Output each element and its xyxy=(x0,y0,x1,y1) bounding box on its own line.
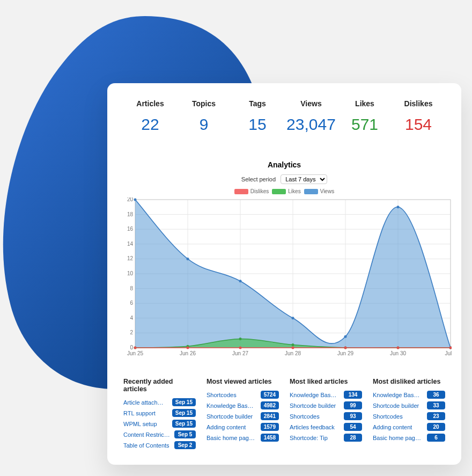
stat-label: Articles xyxy=(123,99,177,108)
svg-text:Jun 30: Jun 30 xyxy=(390,350,406,356)
stat-likes: Likes571 xyxy=(338,99,392,134)
svg-point-37 xyxy=(134,199,137,201)
svg-point-38 xyxy=(187,258,189,260)
count-badge: 5724 xyxy=(261,391,279,399)
count-badge: 6 xyxy=(427,434,445,442)
stat-value: 154 xyxy=(392,115,445,134)
analytics-chart: 02468101214161820Jun 25Jun 26Jun 27Jun 2… xyxy=(123,197,452,358)
svg-text:12: 12 xyxy=(127,255,134,261)
svg-text:Jun 28: Jun 28 xyxy=(285,350,301,356)
svg-point-42 xyxy=(397,206,400,208)
list-title: Recently added articles xyxy=(123,378,196,393)
svg-point-51 xyxy=(134,347,137,349)
svg-text:20: 20 xyxy=(127,197,134,202)
svg-text:14: 14 xyxy=(127,241,134,247)
svg-text:2: 2 xyxy=(130,329,133,335)
list-link[interactable]: Shortcode builder xyxy=(373,402,423,409)
date-badge: Sep 15 xyxy=(172,420,196,428)
list-item: Shortcode builder33 xyxy=(373,401,445,409)
list-link[interactable]: Adding content xyxy=(373,424,423,430)
svg-text:6: 6 xyxy=(130,300,133,306)
list-column: Most disliked articlesKnowledge Base ins… xyxy=(373,378,445,452)
list-title: Most liked articles xyxy=(290,378,362,385)
count-badge: 134 xyxy=(344,391,362,399)
stat-value: 9 xyxy=(177,115,231,134)
stat-label: Tags xyxy=(231,99,284,108)
legend-label: Likes xyxy=(288,188,300,194)
stat-value: 23,047 xyxy=(284,115,338,134)
list-title: Most disliked articles xyxy=(373,378,445,385)
svg-point-40 xyxy=(292,317,294,319)
svg-text:Jun 27: Jun 27 xyxy=(232,350,248,356)
svg-text:Jun 26: Jun 26 xyxy=(180,350,196,356)
list-column: Recently added articlesArticle attachmen… xyxy=(123,378,196,452)
list-link[interactable]: Shortcodes xyxy=(373,413,423,420)
list-link[interactable]: WPML setup xyxy=(123,421,168,427)
stat-topics: Topics9 xyxy=(177,99,231,134)
stats-row: Articles22Topics9Tags15Views23,047Likes5… xyxy=(123,99,445,134)
legend-swatch xyxy=(272,189,286,194)
legend-swatch xyxy=(304,189,318,194)
count-badge: 28 xyxy=(344,434,362,442)
stat-dislikes: Dislikes154 xyxy=(392,99,445,134)
list-link[interactable]: Article attachments xyxy=(123,399,168,406)
list-item: Basic home page set...1458 xyxy=(206,434,279,442)
legend-label: Dislikes xyxy=(250,188,269,194)
list-item: Shortcodes5724 xyxy=(206,391,279,399)
stat-tags: Tags15 xyxy=(231,99,284,134)
svg-point-54 xyxy=(292,347,294,349)
chart-legend: DislikesLikesViews xyxy=(123,188,445,194)
list-item: Basic home page set...6 xyxy=(373,434,445,442)
stat-label: Dislikes xyxy=(392,99,445,108)
svg-text:Jun 29: Jun 29 xyxy=(337,350,353,356)
list-link[interactable]: Articles feedback xyxy=(290,424,340,430)
svg-text:10: 10 xyxy=(127,270,134,276)
period-select[interactable]: Last 7 days xyxy=(281,174,327,184)
stat-value: 571 xyxy=(338,115,392,134)
stat-label: Views xyxy=(284,99,338,108)
list-title: Most viewed articles xyxy=(206,378,279,385)
list-link[interactable]: Shortcode builder xyxy=(290,402,340,409)
list-item: Shortcodes93 xyxy=(290,412,362,420)
stat-views: Views23,047 xyxy=(284,99,338,134)
list-link[interactable]: Table of Contents xyxy=(123,442,170,449)
list-link[interactable]: Basic home page set... xyxy=(373,435,423,441)
list-link[interactable]: Content Restriction xyxy=(123,431,170,438)
legend-item[interactable]: Likes xyxy=(272,188,300,194)
list-link[interactable]: Basic home page set... xyxy=(206,435,256,441)
count-badge: 33 xyxy=(427,401,445,409)
lists-row: Recently added articlesArticle attachmen… xyxy=(123,378,445,452)
count-badge: 2841 xyxy=(261,412,279,420)
list-link[interactable]: Knowledge Base inst... xyxy=(290,392,340,398)
dashboard-card: Articles22Topics9Tags15Views23,047Likes5… xyxy=(107,83,461,465)
svg-text:4: 4 xyxy=(130,315,133,321)
date-badge: Sep 15 xyxy=(172,409,196,417)
stat-value: 22 xyxy=(123,115,177,134)
count-badge: 1579 xyxy=(261,423,279,431)
list-item: Knowledge Base inst...36 xyxy=(373,391,445,399)
legend-item[interactable]: Dislikes xyxy=(234,188,269,194)
list-link[interactable]: Shortcode: Tip xyxy=(290,435,340,441)
list-item: WPML setupSep 15 xyxy=(123,420,196,428)
list-link[interactable]: Shortcode builder xyxy=(206,413,256,420)
legend-item[interactable]: Views xyxy=(304,188,335,194)
list-link[interactable]: RTL support xyxy=(123,410,168,416)
list-item: Knowledge Base inst...134 xyxy=(290,391,362,399)
stat-value: 15 xyxy=(231,115,284,134)
list-item: RTL supportSep 15 xyxy=(123,409,196,417)
svg-point-52 xyxy=(187,347,189,349)
list-item: Content RestrictionSep 5 xyxy=(123,430,196,438)
list-link[interactable]: Shortcodes xyxy=(206,392,256,398)
svg-point-41 xyxy=(344,335,347,338)
svg-point-55 xyxy=(344,347,347,349)
analytics-title: Analytics xyxy=(123,160,445,169)
stat-articles: Articles22 xyxy=(123,99,177,134)
list-link[interactable]: Knowledge Base inst... xyxy=(206,402,256,409)
list-link[interactable]: Adding content xyxy=(206,424,256,430)
svg-text:Jul 1: Jul 1 xyxy=(445,350,452,356)
list-link[interactable]: Knowledge Base inst... xyxy=(373,392,423,398)
svg-text:Jun 25: Jun 25 xyxy=(127,350,143,356)
date-badge: Sep 5 xyxy=(174,430,196,438)
list-link[interactable]: Shortcodes xyxy=(290,413,340,420)
legend-swatch xyxy=(234,189,248,194)
